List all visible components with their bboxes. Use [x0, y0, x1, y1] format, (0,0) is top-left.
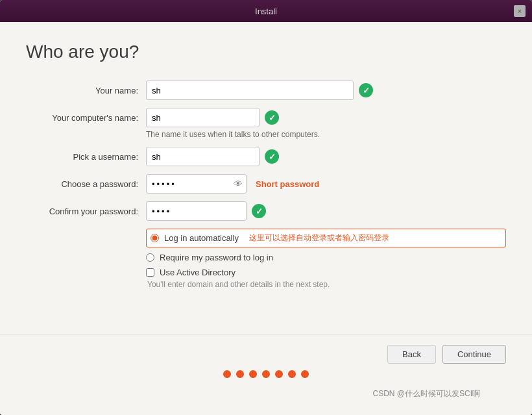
password-row: Choose a password: 👁 Short password: [26, 174, 506, 194]
confirm-password-input[interactable]: [146, 201, 247, 221]
dot-7: [301, 370, 309, 378]
dot-3: [249, 370, 257, 378]
page-title: Who are you?: [26, 42, 506, 62]
password-status: Short password: [256, 179, 319, 189]
csdn-annotation: 这里可以选择自动登录或者输入密码登录: [249, 233, 389, 244]
footer: Back Continue CSDN @什么时候可以发SCI啊: [0, 334, 532, 415]
login-auto-option[interactable]: Log in automatically 这里可以选择自动登录或者输入密码登录: [146, 229, 506, 247]
password-input-wrap: 👁 Short password: [146, 174, 319, 194]
computer-name-check-icon: [265, 110, 279, 125]
username-check-icon: [265, 149, 279, 164]
your-name-row: Your name:: [26, 81, 506, 100]
computer-name-input[interactable]: [146, 108, 260, 127]
dot-6: [288, 370, 296, 378]
computer-name-label: Your computer's name:: [26, 113, 146, 123]
form-area: Your name: Your computer's name: The nam…: [26, 81, 506, 321]
close-button[interactable]: ×: [514, 5, 526, 17]
password-label: Choose a password:: [26, 179, 146, 189]
your-name-label: Your name:: [26, 86, 146, 95]
active-directory-checkbox[interactable]: [146, 268, 154, 277]
username-row: Pick a username:: [26, 147, 506, 166]
confirm-password-label: Confirm your password:: [26, 207, 146, 216]
confirm-password-check-icon: [252, 204, 266, 218]
your-name-input[interactable]: [146, 81, 354, 100]
login-options-section: Log in automatically 这里可以选择自动登录或者输入密码登录 …: [146, 229, 506, 289]
window-title: Install: [255, 6, 277, 16]
username-input-wrap: [146, 147, 279, 166]
login-password-radio[interactable]: [146, 253, 154, 262]
login-password-option[interactable]: Require my password to log in: [146, 253, 506, 262]
login-auto-label: Log in automatically: [164, 233, 239, 243]
back-button[interactable]: Back: [387, 345, 436, 364]
confirm-password-input-wrap: [146, 201, 266, 221]
password-input[interactable]: [146, 174, 247, 194]
your-name-check-icon: [359, 83, 373, 97]
active-directory-hint: You'll enter domain and other details in…: [147, 280, 506, 289]
your-name-input-wrap: [146, 81, 373, 100]
login-auto-radio[interactable]: [151, 234, 159, 242]
confirm-password-row: Confirm your password:: [26, 201, 506, 221]
dot-5: [275, 370, 283, 378]
install-window: Install × Who are you? Your name: Your c…: [0, 0, 532, 415]
password-eye-button[interactable]: 👁: [234, 179, 243, 189]
titlebar: Install ×: [0, 0, 532, 22]
main-content: Who are you? Your name: Your computer's …: [0, 22, 532, 334]
username-label: Pick a username:: [26, 152, 146, 162]
computer-name-input-wrap: [146, 108, 279, 127]
dot-2: [236, 370, 244, 378]
username-input[interactable]: [146, 147, 260, 166]
login-password-label: Require my password to log in: [160, 253, 273, 262]
computer-name-hint: The name it uses when it talks to other …: [146, 130, 506, 139]
button-row: Back Continue: [26, 345, 506, 364]
computer-name-row: Your computer's name:: [26, 108, 506, 127]
dot-1: [223, 370, 231, 378]
dot-4: [262, 370, 270, 378]
active-directory-option[interactable]: Use Active Directory: [146, 268, 506, 277]
password-wrap: 👁: [146, 174, 247, 194]
watermark: CSDN @什么时候可以发SCI啊: [26, 388, 506, 405]
active-directory-label: Use Active Directory: [160, 268, 236, 277]
continue-button[interactable]: Continue: [442, 345, 506, 364]
progress-dots: [26, 370, 506, 378]
